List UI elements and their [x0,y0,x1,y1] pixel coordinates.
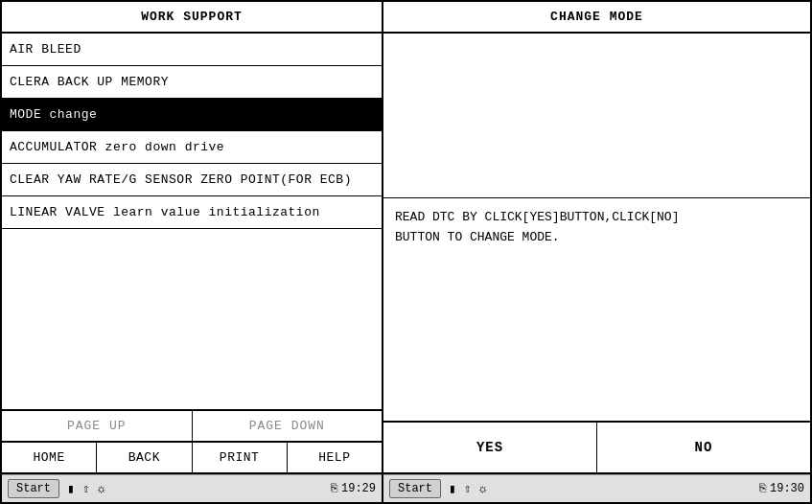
right-keyboard-icon: ⎘ [759,482,766,495]
menu-item[interactable]: ACCUMULATOR zero down drive [2,131,382,164]
left-taskbar: Start ▮ ⇧ ☼ ⎘ 19:29 [2,474,382,502]
help-button[interactable]: HELP [288,443,382,472]
page-up-button[interactable]: PAGE UP [2,411,193,441]
menu-list: AIR BLEEDCLERA BACK UP MEMORYMODE change… [2,34,382,411]
right-panel-header: CHANGE MODE [383,2,810,34]
right-taskbar-icon2: ⇧ [464,481,472,496]
yes-button[interactable]: YES [383,423,597,472]
back-button[interactable]: BACK [97,443,192,472]
menu-item[interactable]: AIR BLEED [2,34,382,66]
no-button[interactable]: NO [597,423,810,472]
right-taskbar-time: ⎘ 19:30 [759,482,804,495]
menu-item[interactable]: LINEAR VALVE learn value initialization [2,196,382,229]
left-taskbar-icon1: ▮ [67,481,75,496]
left-keyboard-icon: ⎘ [331,482,337,495]
content-area: READ DTC BY CLICK[YES]BUTTON,CLICK[NO]BU… [383,34,810,423]
left-panel: WORK SUPPORT AIR BLEEDCLERA BACK UP MEMO… [0,0,383,504]
right-panel: CHANGE MODE READ DTC BY CLICK[YES]BUTTON… [383,0,812,504]
left-start-button[interactable]: Start [8,479,59,498]
bottom-buttons: HOMEBACKPRINTHELP [2,443,382,474]
left-taskbar-time: ⎘ 19:29 [331,482,376,495]
action-buttons: YES NO [383,423,810,474]
right-taskbar: Start ▮ ⇧ ☼ ⎘ 19:30 [383,474,810,502]
menu-spacer [2,229,382,411]
menu-item[interactable]: CLEAR YAW RATE/G SENSOR ZERO POINT(FOR E… [2,164,382,196]
right-time-display: 19:30 [770,482,804,495]
content-message: READ DTC BY CLICK[YES]BUTTON,CLICK[NO]BU… [383,198,810,258]
print-button[interactable]: PRINT [193,443,288,472]
right-start-button[interactable]: Start [389,479,441,498]
menu-item[interactable]: MODE change [2,99,382,131]
left-taskbar-icon3: ☼ [98,482,105,496]
right-taskbar-icon3: ☼ [479,482,487,496]
left-time-display: 19:29 [341,482,376,495]
right-taskbar-icon1: ▮ [449,481,456,496]
menu-item[interactable]: CLERA BACK UP MEMORY [2,66,382,99]
left-taskbar-icon2: ⇧ [82,481,90,496]
content-bottom [383,257,810,421]
pagination-row: PAGE UP PAGE DOWN [2,411,382,443]
page-down-button[interactable]: PAGE DOWN [193,411,383,441]
home-button[interactable]: HOME [2,443,97,472]
left-panel-header: WORK SUPPORT [2,2,382,34]
content-top [383,34,810,198]
